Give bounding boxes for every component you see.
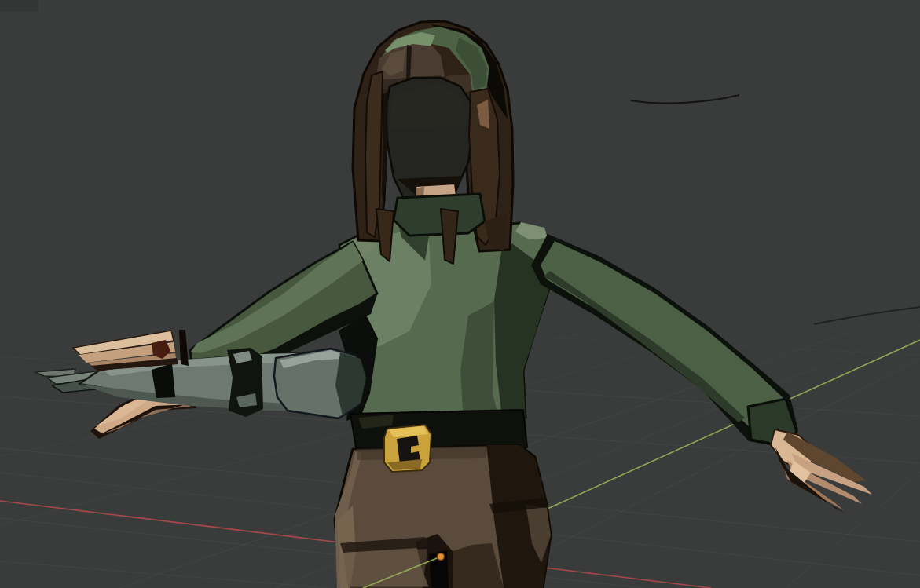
- viewport-window: [0, 0, 920, 588]
- viewport-canvas[interactable]: [0, 0, 920, 588]
- corner-panel-edge: [0, 0, 38, 12]
- belt-buckle: [384, 425, 431, 472]
- collar: [394, 194, 485, 236]
- head: [353, 21, 513, 264]
- pants: [335, 445, 551, 588]
- origin-dot[interactable]: [438, 553, 445, 561]
- shade: [343, 549, 427, 588]
